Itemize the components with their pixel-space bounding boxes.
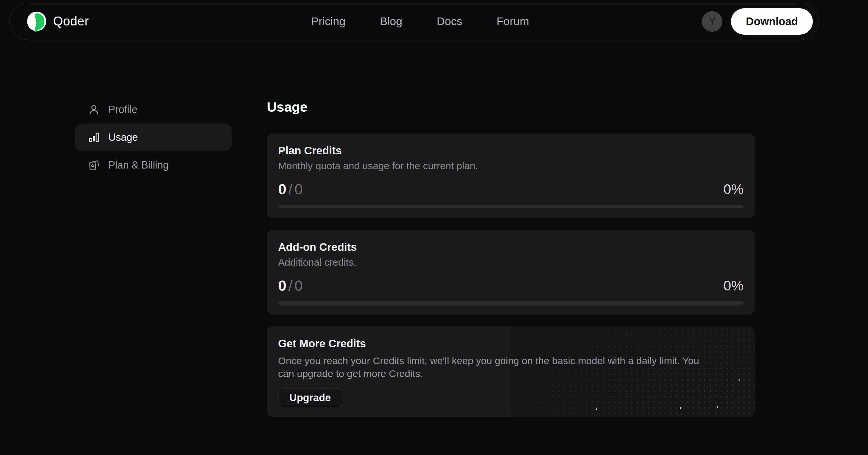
credits-total: 0 (294, 181, 303, 198)
logo[interactable]: Qoder (26, 11, 89, 32)
sparkle-dot (595, 408, 597, 410)
sidebar-item-plan-billing[interactable]: Plan & Billing (75, 151, 232, 179)
sidebar-item-label: Usage (108, 131, 138, 143)
upgrade-button[interactable]: Upgrade (278, 389, 342, 407)
credits-total: 0 (294, 277, 303, 294)
card-title: Get More Credits (278, 337, 743, 350)
user-icon (88, 104, 100, 116)
sparkle-dot (739, 379, 740, 381)
top-navbar: Qoder Pricing Blog Docs Forum Y Download (9, 3, 819, 40)
sparkle-dot (717, 406, 718, 408)
get-more-credits-card: Get More Credits Once you reach your Cre… (267, 327, 755, 417)
progress-bar (278, 301, 743, 305)
primary-nav: Pricing Blog Docs Forum (311, 15, 529, 28)
usage-percent: 0% (723, 277, 743, 295)
usage-content: Usage Plan Credits Monthly quota and usa… (267, 99, 755, 429)
card-title: Plan Credits (278, 144, 743, 157)
settings-sidebar: Profile Usage Plan & Billing (75, 96, 232, 179)
download-button[interactable]: Download (731, 8, 813, 35)
nav-link-pricing[interactable]: Pricing (311, 15, 345, 28)
nav-link-docs[interactable]: Docs (437, 15, 462, 28)
brand-name: Qoder (53, 14, 89, 28)
sidebar-item-label: Plan & Billing (108, 159, 169, 171)
nav-link-forum[interactable]: Forum (496, 15, 529, 28)
credits-used: 0 (278, 277, 286, 294)
navbar-right-cluster: Y Download (702, 8, 813, 35)
fraction-separator: / (286, 181, 294, 198)
progress-bar (278, 205, 743, 208)
nav-link-blog[interactable]: Blog (380, 15, 402, 28)
sparkle-dot (680, 407, 681, 409)
usage-percent: 0% (723, 180, 743, 198)
card-title: Add-on Credits (278, 241, 743, 254)
page-title: Usage (267, 99, 755, 115)
avatar[interactable]: Y (702, 11, 722, 32)
qoder-logo-icon (26, 11, 46, 32)
usage-stats-row: 0/0 0% (278, 277, 743, 295)
bar-chart-icon (88, 131, 100, 143)
upsell-description: Once you reach your Credits limit, we'll… (278, 354, 706, 380)
sidebar-item-usage[interactable]: Usage (75, 124, 232, 151)
usage-fraction: 0/0 (278, 180, 303, 198)
usage-fraction: 0/0 (278, 277, 303, 295)
fraction-separator: / (286, 277, 294, 294)
credits-used: 0 (278, 181, 286, 198)
plan-credits-card: Plan Credits Monthly quota and usage for… (267, 133, 755, 218)
card-subtitle: Additional credits. (278, 256, 743, 268)
card-subtitle: Monthly quota and usage for the current … (278, 160, 743, 172)
addon-credits-card: Add-on Credits Additional credits. 0/0 0… (267, 230, 755, 314)
billing-cards-icon (88, 159, 100, 171)
sidebar-item-profile[interactable]: Profile (75, 96, 232, 124)
sidebar-item-label: Profile (108, 104, 137, 116)
usage-stats-row: 0/0 0% (278, 180, 743, 198)
